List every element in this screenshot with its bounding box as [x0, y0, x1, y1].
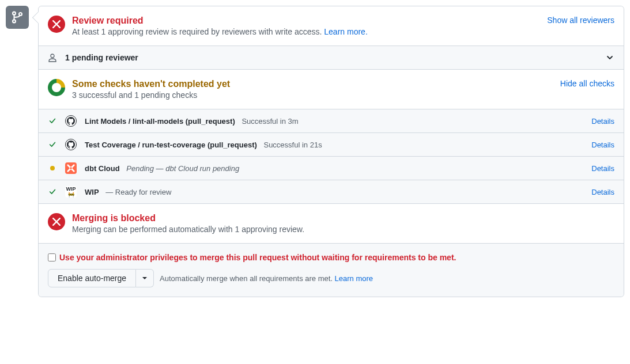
svg-point-1	[13, 20, 16, 22]
check-name: Lint Models / lint-all-models (pull_requ…	[85, 117, 235, 126]
review-required-section: Review required At least 1 approving rev…	[39, 6, 624, 46]
check-details-link[interactable]: Details	[591, 141, 614, 149]
check-row: Test Coverage / run-test-coverage (pull_…	[39, 133, 624, 157]
error-icon	[48, 213, 65, 230]
check-row: dbt Cloud Pending — dbt Cloud run pendin…	[39, 157, 624, 180]
checks-subtext: 3 successful and 1 pending checks	[72, 90, 553, 100]
check-row: WIP🚧 WIP — Ready for review Details	[39, 180, 624, 204]
check-desc: Successful in 3m	[242, 117, 298, 126]
show-all-reviewers-link[interactable]: Show all reviewers	[547, 16, 614, 25]
merge-actions-section: Use your administrator privileges to mer…	[39, 244, 624, 297]
merging-blocked-title: Merging is blocked	[72, 213, 614, 223]
admin-override-checkbox[interactable]	[48, 253, 56, 261]
hide-all-checks-link[interactable]: Hide all checks	[560, 79, 614, 88]
svg-point-0	[13, 12, 16, 15]
checks-summary-section: Some checks haven't completed yet 3 succ…	[39, 70, 624, 109]
check-desc: — Ready for review	[105, 188, 171, 196]
svg-point-2	[19, 13, 22, 16]
check-details-link[interactable]: Details	[591, 117, 614, 126]
auto-merge-dropdown-button[interactable]	[136, 269, 154, 287]
checks-title: Some checks haven't completed yet	[72, 79, 553, 89]
review-required-title: Review required	[72, 16, 540, 26]
github-actions-icon	[65, 115, 77, 127]
check-name: WIP	[85, 188, 99, 196]
check-name: dbt Cloud	[85, 164, 120, 173]
git-branch-icon	[11, 11, 24, 24]
admin-override-text: Use your administrator privileges to mer…	[59, 253, 456, 262]
check-pending-icon	[48, 166, 57, 170]
error-icon	[48, 16, 65, 33]
enable-auto-merge-button[interactable]: Enable auto-merge	[48, 269, 136, 287]
merging-blocked-subtext: Merging can be performed automatically w…	[72, 225, 614, 234]
pending-reviewer-row[interactable]: 1 pending reviewer	[39, 46, 624, 70]
check-desc: Successful in 21s	[263, 141, 322, 149]
svg-point-3	[70, 167, 72, 169]
chevron-down-icon[interactable]	[605, 53, 614, 62]
checks-donut-icon	[48, 79, 65, 96]
dbt-cloud-icon	[65, 162, 77, 174]
pending-reviewer-label: 1 pending reviewer	[65, 53, 597, 62]
check-details-link[interactable]: Details	[591, 188, 614, 196]
check-details-link[interactable]: Details	[591, 164, 614, 173]
auto-merge-description: Automatically merge when all requirement…	[160, 274, 373, 283]
check-name: Test Coverage / run-test-coverage (pull_…	[85, 141, 257, 149]
check-desc: Pending — dbt Cloud run pending	[126, 164, 239, 173]
review-required-subtext: At least 1 approving review is required …	[72, 27, 540, 36]
person-icon	[48, 53, 57, 62]
github-actions-icon	[65, 139, 77, 150]
check-row: Lint Models / lint-all-models (pull_requ…	[39, 109, 624, 133]
branch-icon-badge	[6, 6, 29, 29]
check-success-icon	[48, 117, 57, 125]
wip-icon: WIP🚧	[65, 186, 77, 198]
merging-blocked-section: Merging is blocked Merging can be perfor…	[39, 204, 624, 244]
caret-down-icon	[142, 275, 148, 281]
review-learn-more-link[interactable]: Learn more.	[324, 27, 367, 36]
auto-merge-learn-more-link[interactable]: Learn more	[335, 274, 373, 283]
check-success-icon	[48, 188, 57, 196]
check-success-icon	[48, 141, 57, 149]
merge-status-box: Review required At least 1 approving rev…	[38, 6, 624, 297]
